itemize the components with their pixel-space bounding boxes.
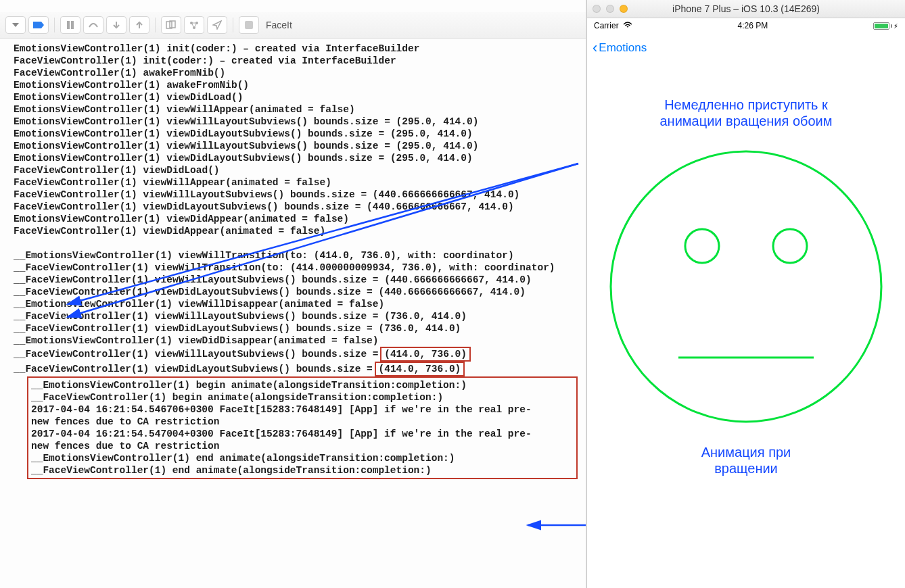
- simulator-titlebar[interactable]: iPhone 7 Plus – iOS 10.3 (14E269): [587, 0, 905, 18]
- console-output[interactable]: EmotionsViewController(1) init(coder:) –…: [0, 39, 586, 486]
- svg-point-15: [773, 229, 807, 263]
- svg-rect-3: [71, 21, 74, 29]
- simulator-title: iPhone 7 Plus – iOS 10.3 (14E269): [587, 3, 905, 14]
- console-line: EmotionsViewController(1) viewDidLayoutS…: [14, 152, 578, 164]
- console-line: FaceViewController(1) awakeFromNib(): [14, 67, 578, 79]
- console-line: EmotionsViewController(1) viewDidLayoutS…: [14, 128, 578, 140]
- console-line: FaceViewController(1) viewWillLayoutSubv…: [14, 189, 578, 201]
- console-line: FaceViewController(1) viewDidLoad(): [14, 164, 578, 176]
- back-chevron-icon[interactable]: ‹: [593, 39, 597, 57]
- svg-rect-2: [67, 21, 70, 29]
- console-line: __FaceViewController(1) begin animate(al…: [31, 391, 574, 403]
- memory-graph-button[interactable]: [184, 16, 204, 34]
- console-line: __FaceViewController(1) viewWillLayoutSu…: [14, 274, 578, 286]
- svg-point-13: [611, 151, 881, 422]
- simulator-window: iPhone 7 Plus – iOS 10.3 (14E269) Carrie…: [586, 0, 905, 588]
- console-line: FaceViewController(1) viewDidAppear(anim…: [14, 225, 578, 237]
- console-line: EmotionsViewController(1) viewWillLayout…: [14, 140, 578, 152]
- process-icon: [239, 16, 259, 34]
- wifi-icon: [623, 21, 632, 30]
- console-line: EmotionsViewController(1) init(coder:) –…: [14, 43, 578, 55]
- carrier-label: Carrier: [594, 21, 619, 30]
- svg-rect-9: [245, 21, 253, 29]
- console-line: __FaceViewController(1) viewDidLayoutSub…: [14, 322, 578, 335]
- step-over-button[interactable]: [83, 16, 103, 34]
- console-line: __EmotionsViewController(1) begin animat…: [31, 379, 574, 391]
- console-line: __EmotionsViewController(1) viewWillDisa…: [14, 298, 578, 310]
- svg-point-14: [685, 229, 719, 263]
- view-hierarchy-button[interactable]: [161, 16, 181, 34]
- navigation-bar[interactable]: ‹ Emotions: [587, 33, 905, 63]
- console-line: __EmotionsViewController(1) viewDidDisap…: [14, 335, 578, 347]
- face-view[interactable]: [604, 141, 888, 432]
- console-line: 2017-04-04 16:21:54.546706+0300 FaceIt[1…: [31, 403, 574, 416]
- battery-indicator: ⚡︎: [873, 22, 898, 30]
- charging-icon: ⚡︎: [894, 22, 898, 30]
- console-line: new fences due to CA restriction: [31, 440, 574, 452]
- console-line: EmotionsViewController(1) awakeFromNib(): [14, 79, 578, 91]
- console-line: new fences due to CA restriction: [31, 416, 574, 428]
- toggle-console-button[interactable]: [5, 16, 26, 34]
- console-line: FaceViewController(1) init(coder:) – cre…: [14, 55, 578, 67]
- console-line: FaceViewController(1) viewDidLayoutSubvi…: [14, 201, 578, 213]
- console-panel: FaceIt EmotionsViewController(1) init(co…: [0, 0, 586, 588]
- status-bar: Carrier 4:26 PM ⚡︎: [587, 18, 905, 33]
- console-line: __FaceViewController(1) viewDidLayoutSub…: [14, 362, 578, 376]
- svg-marker-1: [33, 22, 44, 28]
- annotation-top: Немедленно приступить к анимации вращени…: [659, 97, 832, 129]
- console-line: __FaceViewController(1) viewWillLayoutSu…: [14, 347, 578, 362]
- console-line: EmotionsViewController(1) viewWillLayout…: [14, 116, 578, 128]
- back-button-label[interactable]: Emotions: [599, 41, 647, 55]
- console-line: 2017-04-04 16:21:54.547004+0300 FaceIt[1…: [31, 428, 574, 440]
- step-out-button[interactable]: [129, 16, 149, 34]
- debug-toolbar: FaceIt: [0, 12, 586, 39]
- breakpoint-indicator-button[interactable]: [28, 16, 49, 34]
- console-line: __FaceViewController(1) viewDidLayoutSub…: [14, 286, 578, 298]
- console-line: __FaceViewController(1) viewWillLayoutSu…: [14, 310, 578, 322]
- console-highlight-block: __EmotionsViewController(1) begin animat…: [27, 376, 578, 479]
- step-into-button[interactable]: [106, 16, 126, 34]
- svg-marker-0: [12, 23, 19, 27]
- clock-label: 4:26 PM: [737, 21, 768, 30]
- scheme-label[interactable]: FaceIt: [262, 20, 292, 30]
- console-line: __FaceViewController(1) viewWillTransiti…: [14, 262, 578, 274]
- console-line: EmotionsViewController(1) viewWillAppear…: [14, 103, 578, 116]
- simulator-screen[interactable]: Carrier 4:26 PM ⚡︎ ‹ Emotions Нем: [587, 18, 905, 588]
- console-line: __FaceViewController(1) end animate(alon…: [31, 464, 574, 476]
- console-line: EmotionsViewController(1) viewDidAppear(…: [14, 213, 578, 225]
- console-line: __EmotionsViewController(1) end animate(…: [31, 452, 574, 464]
- console-line: EmotionsViewController(1) viewDidLoad(): [14, 91, 578, 103]
- annotation-bottom: Анимация при вращении: [701, 444, 791, 476]
- location-button[interactable]: [207, 16, 227, 34]
- console-line: __EmotionsViewController(1) viewWillTran…: [14, 249, 578, 262]
- console-line: FaceViewController(1) viewWillAppear(ani…: [14, 176, 578, 189]
- pause-continue-button[interactable]: [60, 16, 80, 34]
